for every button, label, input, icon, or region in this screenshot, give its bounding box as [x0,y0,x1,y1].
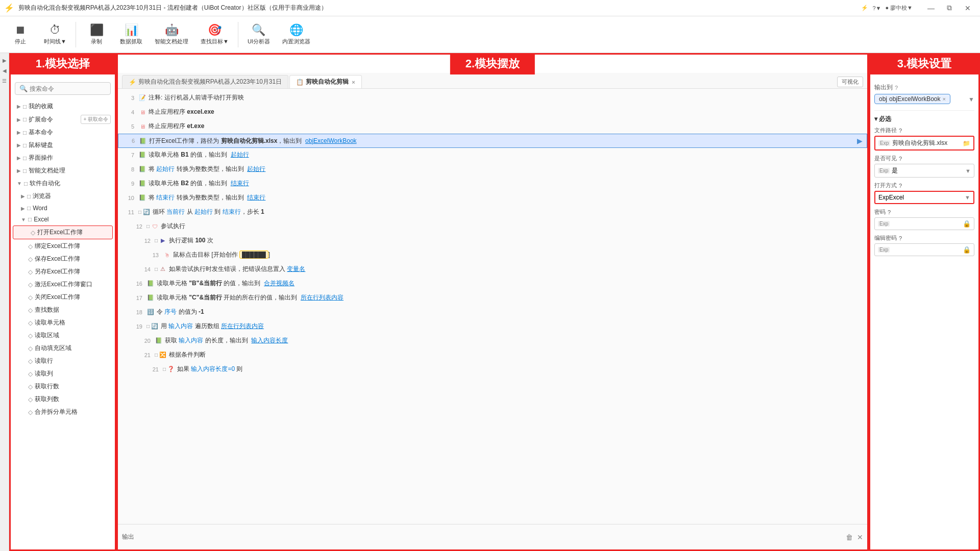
edit-password-input[interactable]: Exp 🔒 [874,243,974,256]
sidebar-item-soft-auto[interactable]: ▼ □ 软件自动化 [11,177,115,190]
sidebar-item-get-col-count[interactable]: ◇ 获取列数 [11,393,115,406]
sidebar-item-browser[interactable]: ▶ □ 浏览器 [11,190,115,203]
tab-icon: 📋 [296,79,304,86]
sidebar-item-activate-excel[interactable]: ◇ 激活Excel工作簿窗口 [11,278,115,291]
close-output-button[interactable]: ✕ [857,533,863,541]
flow-row[interactable]: 19 □ 🔄 用 输入内容 遍历数组 所在行列表内容 [126,319,867,334]
flow-row[interactable]: 20 📗 获取 输入内容 的长度，输出到 输入内容长度 [134,334,867,348]
file-path-input[interactable]: Exp 剪映自动化剪辑.xlsx 📁 [874,136,974,151]
visible-select[interactable]: Exp 是 ▼ [874,164,974,178]
collapse-icon[interactable]: □ [138,209,141,215]
play-button[interactable]: ▶ [857,137,863,145]
browser-button[interactable]: 🌐 内置浏览器 [277,19,315,50]
ai-doc-button[interactable]: 🤖 智能文档处理 [150,19,193,50]
stop-button[interactable]: ⏹ 停止 [4,19,37,50]
output-info-icon[interactable]: ? [895,85,898,91]
sidebar-item-smart-doc[interactable]: ▶ □ 智能文档处理 [11,164,115,177]
file-browse-icon[interactable]: 📁 [963,140,970,147]
close-tab-icon[interactable]: × [352,79,355,85]
timeline-button[interactable]: ⏱ 时间线▼ [39,19,71,50]
collapse-icon[interactable]: □ [155,266,158,272]
close-button[interactable]: ✕ [960,2,976,14]
sidebar-item-split-cell[interactable]: ◇ 合并拆分单元格 [11,406,115,418]
collapse-icon[interactable]: □ [155,352,158,358]
sidebar-item-find-data[interactable]: ◇ 查找数据 [11,304,115,316]
sidebar-item-word[interactable]: ▶ □ Word [11,203,115,214]
collapse-icon[interactable]: □ [163,366,166,372]
row-content: 读取单元格 B2 的值，输出到 结束行 [149,179,249,188]
open-mode-select[interactable]: Exp Excel ▼ [874,191,974,204]
search-box[interactable]: 🔍 [15,82,111,95]
flow-row[interactable]: 5 🖥 终止应用程序 et.exe [118,119,867,134]
sidebar-item-read-col[interactable]: ◇ 读取列 [11,367,115,380]
sidebar-item-favorites[interactable]: ▶ □ 我的收藏 [11,100,115,113]
find-target-button[interactable]: 🎯 查找目标▼ [195,19,234,50]
password-input[interactable]: Exp 🔒 [874,217,974,230]
output-dropdown-chevron[interactable]: ▼ [968,96,974,103]
sidebar-item-label: 基本命令 [29,128,53,137]
remove-output-tag-button[interactable]: × [943,96,946,102]
flow-row[interactable]: 12 □ ▶ 执行逻辑 100 次 [134,234,867,248]
flow-row[interactable]: 21 □ 🔀 根据条件判断 [134,348,867,362]
search-input[interactable] [30,85,106,92]
sidebar-item-ui-op[interactable]: ▶ □ 界面操作 [11,152,115,164]
sidebar-item-read-row[interactable]: ◇ 读取行 [11,355,115,367]
sidebar-item-save-excel[interactable]: ◇ 保存Excel工作簿 [11,253,115,265]
data-capture-button[interactable]: 📊 数据抓取 [115,19,148,50]
flow-row[interactable]: 7 📗 读取单元格 B1 的值，输出到 起始行 [118,148,867,162]
flow-row-selected[interactable]: 6 📗 打开Excel工作簿，路径为 剪映自动化剪辑.xlsx，输出到 objE… [118,134,867,148]
sidebar-item-read-cell[interactable]: ◇ 读取单元格 [11,316,115,329]
open-mode-info-icon[interactable]: ? [899,183,902,189]
flow-row[interactable]: 21 □ ❓ 如果 输入内容长度=0 则 [142,362,867,377]
sidebar-item-excel[interactable]: ▼ □ Excel [11,214,115,225]
sidebar-item-fill-area[interactable]: ◇ 自动填充区域 [11,342,115,355]
item-icon: ◇ [28,281,33,288]
collapse-icon[interactable]: □ [155,238,158,243]
side-icon-3[interactable]: ☰ [1,77,9,85]
record-button[interactable]: ⬛ 录制 [80,19,113,50]
open-mode-dropdown-icon[interactable]: ▼ [965,194,970,201]
sidebar-item-bind-excel[interactable]: ◇ 绑定Excel工作簿 [11,240,115,253]
sidebar-item-read-area[interactable]: ◇ 读取区域 [11,329,115,342]
left-panel-content: 🔍 ▶ □ 我的收藏 ▶ □ 扩展命令 + 获取命令 ▶ □ [11,79,115,549]
visible-button[interactable]: 可视化 [837,77,863,87]
flow-row[interactable]: 10 📗 将 结束行 转换为整数类型，输出到 结束行 [118,191,867,205]
flow-row[interactable]: 16 📗 读取单元格 "B"&当前行 的值，输出到 合并视频名 [126,277,867,291]
sidebar-item-open-excel[interactable]: ◇ 打开Excel工作簿 [13,226,113,239]
flow-row[interactable]: 3 📝 注释: 运行机器人前请手动打开剪映 [118,91,867,105]
flow-row[interactable]: 13 🖱 鼠标点击目标 [开始创作 ██████] [142,248,867,262]
data-capture-label: 数据抓取 [120,38,142,45]
minimize-button[interactable]: — [923,2,939,14]
restore-button[interactable]: ⧉ [941,2,958,14]
ui-analyzer-button[interactable]: 🔍 UI分析器 [242,19,275,50]
delete-output-button[interactable]: 🗑 [846,533,853,541]
sidebar-item-get-row-count[interactable]: ◇ 获取行数 [11,380,115,393]
flow-row[interactable]: 4 🖥 终止应用程序 excel.exe [118,105,867,119]
flow-row[interactable]: 14 □ ⚠ 如果尝试执行时发生错误，把错误信息置入 变量名 [134,262,867,277]
side-icon-2[interactable]: ◀ [1,66,9,74]
sidebar-item-basic[interactable]: ▶ □ 基本命令 [11,126,115,139]
collapse-icon[interactable]: □ [146,323,150,329]
flow-row[interactable]: 9 📗 读取单元格 B2 的值，输出到 结束行 [118,177,867,191]
side-icon-1[interactable]: ▶ [1,56,9,64]
file-path-info-icon[interactable]: ? [899,128,902,134]
sidebar-item-close-excel[interactable]: ◇ 关闭Excel工作簿 [11,291,115,304]
collapse-icon[interactable]: □ [146,223,150,229]
visible-info-icon[interactable]: ? [899,156,902,162]
help-icon[interactable]: ?▼ [872,5,881,11]
tab-clips[interactable]: 📋 剪映自动化剪辑 × [289,75,361,88]
tab-main[interactable]: ⚡ 剪映自动化混合裂变视频RPA机器人2023年10月31日 [122,75,288,88]
visible-dropdown-icon[interactable]: ▼ [965,168,971,174]
flow-row[interactable]: 17 📗 读取单元格 "C"&当前行 开始的所在行的值，输出到 所在行列表内容 [126,291,867,305]
edit-password-info-icon[interactable]: ? [899,235,902,241]
sidebar-item-extend[interactable]: ▶ □ 扩展命令 + 获取命令 [11,113,115,126]
password-info-icon[interactable]: ? [888,209,891,215]
sidebar-item-hotkey[interactable]: ▶ □ 鼠标键盘 [11,139,115,152]
row-content: 将 起始行 转换为整数类型，输出到 起始行 [149,165,265,173]
flow-row[interactable]: 12 □ 🛡 参试执行 [126,219,867,234]
flow-row[interactable]: 11 □ 🔄 循环 当前行 从 起始行 到 结束行，步长 1 [118,205,867,219]
sidebar-item-saveas-excel[interactable]: ◇ 另存Excel工作簿 [11,265,115,278]
flow-row[interactable]: 18 🔢 令 序号 的值为 -1 [126,305,867,319]
get-command-button[interactable]: + 获取命令 [81,115,111,124]
flow-row[interactable]: 8 📗 将 起始行 转换为整数类型，输出到 起始行 [118,162,867,177]
